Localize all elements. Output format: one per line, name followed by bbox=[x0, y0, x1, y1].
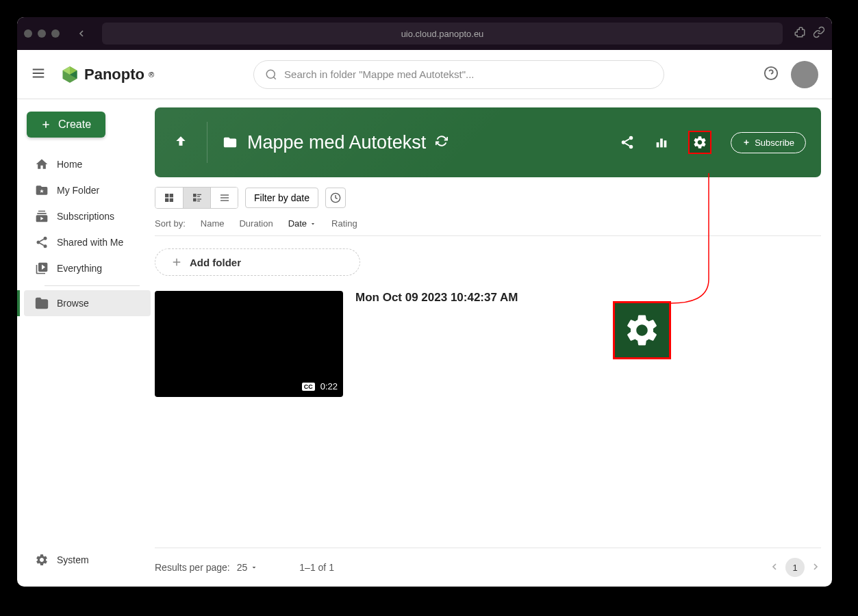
brand-name: Panopto bbox=[84, 66, 144, 84]
view-toggle-group bbox=[155, 187, 238, 209]
svg-rect-28 bbox=[170, 198, 173, 202]
svg-rect-33 bbox=[197, 198, 201, 199]
refresh-icon bbox=[436, 135, 448, 147]
chevron-right-icon bbox=[810, 561, 821, 572]
sort-name[interactable]: Name bbox=[201, 218, 225, 229]
chevron-down-icon bbox=[310, 220, 316, 227]
add-folder-label: Add folder bbox=[190, 257, 241, 268]
browser-back-button[interactable] bbox=[72, 24, 91, 43]
sort-date[interactable]: Date bbox=[288, 218, 316, 229]
svg-line-18 bbox=[625, 143, 629, 146]
folder-star-icon bbox=[35, 183, 49, 197]
folder-title: Mappe med Autotekst bbox=[247, 132, 426, 153]
sidebar-item-label: Browse bbox=[57, 298, 89, 309]
help-icon[interactable] bbox=[764, 66, 779, 84]
window-controls[interactable] bbox=[24, 29, 60, 38]
list-large-view-button[interactable] bbox=[183, 188, 210, 208]
arrow-up-icon bbox=[174, 132, 188, 150]
browser-titlebar: uio.cloud.panopto.eu bbox=[17, 17, 832, 50]
sidebar-item-my-folder[interactable]: My Folder bbox=[24, 177, 151, 203]
link-icon[interactable] bbox=[813, 26, 825, 41]
browser-url-bar[interactable]: uio.cloud.panopto.eu bbox=[102, 23, 783, 44]
per-page-dropdown[interactable]: 25 bbox=[237, 562, 259, 573]
brand-logo[interactable]: Panopto® bbox=[60, 64, 154, 85]
svg-rect-29 bbox=[193, 194, 197, 197]
svg-rect-25 bbox=[165, 194, 168, 197]
svg-rect-34 bbox=[197, 201, 200, 201]
video-duration: 0:22 bbox=[320, 381, 338, 392]
home-icon bbox=[35, 157, 49, 171]
video-item[interactable]: CC 0:22 Mon Oct 09 2023 10:42:37 AM bbox=[155, 291, 821, 397]
pagination: 1 bbox=[769, 558, 821, 577]
next-page-button[interactable] bbox=[810, 561, 821, 574]
svg-rect-21 bbox=[660, 139, 663, 148]
sidebar-item-everything[interactable]: Everything bbox=[24, 255, 151, 281]
hamburger-menu-icon[interactable] bbox=[31, 66, 46, 84]
up-folder-button[interactable] bbox=[170, 128, 192, 157]
share-icon bbox=[620, 135, 635, 150]
schedule-button[interactable] bbox=[325, 188, 346, 208]
svg-rect-32 bbox=[193, 198, 197, 202]
chevron-down-icon bbox=[250, 563, 258, 572]
svg-point-17 bbox=[629, 145, 633, 149]
video-thumbnail[interactable]: CC 0:22 bbox=[155, 291, 343, 397]
search-box[interactable] bbox=[253, 60, 664, 89]
list-compact-view-button[interactable] bbox=[210, 188, 238, 208]
sort-row: Sort by: Name Duration Date Rating bbox=[155, 218, 821, 236]
sidebar-item-system[interactable]: System bbox=[24, 547, 151, 573]
subscribe-button[interactable]: Subscribe bbox=[731, 132, 806, 153]
cc-badge: CC bbox=[302, 383, 315, 391]
minimize-window-dot[interactable] bbox=[38, 29, 46, 38]
user-avatar[interactable] bbox=[791, 61, 818, 88]
page-number[interactable]: 1 bbox=[785, 558, 805, 577]
extension-icon[interactable] bbox=[794, 26, 806, 41]
sort-duration[interactable]: Duration bbox=[239, 218, 273, 229]
results-range: 1–1 of 1 bbox=[299, 562, 334, 573]
svg-point-16 bbox=[622, 140, 626, 144]
sidebar-item-shared[interactable]: Shared with Me bbox=[24, 229, 151, 255]
svg-point-10 bbox=[44, 237, 47, 240]
stats-button[interactable] bbox=[654, 135, 669, 150]
gear-icon bbox=[623, 311, 661, 349]
add-folder-button[interactable]: Add folder bbox=[155, 248, 360, 276]
plus-icon bbox=[742, 138, 750, 146]
results-footer: Results per page: 25 1–1 of 1 1 bbox=[155, 548, 821, 587]
svg-point-12 bbox=[44, 244, 47, 248]
svg-rect-31 bbox=[197, 196, 200, 196]
search-input[interactable] bbox=[284, 68, 653, 80]
filter-date-button[interactable]: Filter by date bbox=[245, 188, 318, 208]
svg-point-3 bbox=[266, 70, 275, 78]
sidebar-item-browse[interactable]: Browse bbox=[24, 290, 151, 316]
plus-icon bbox=[40, 119, 51, 130]
bar-chart-icon bbox=[654, 135, 669, 150]
results-per-page-label: Results per page: bbox=[155, 562, 230, 573]
folder-settings-button[interactable] bbox=[688, 131, 711, 154]
grid-icon bbox=[164, 192, 175, 203]
svg-rect-37 bbox=[220, 200, 229, 201]
create-button-label: Create bbox=[58, 118, 91, 131]
app-topbar: Panopto® bbox=[17, 50, 832, 99]
folder-icon bbox=[35, 296, 49, 310]
grid-view-button[interactable] bbox=[155, 188, 183, 208]
refresh-button[interactable] bbox=[436, 135, 448, 150]
sidebar-item-home[interactable]: Home bbox=[24, 151, 151, 177]
sort-rating[interactable]: Rating bbox=[331, 218, 357, 229]
sidebar-item-subscriptions[interactable]: Subscriptions bbox=[24, 203, 151, 229]
video-title[interactable]: Mon Oct 09 2023 10:42:37 AM bbox=[355, 291, 518, 305]
share-folder-button[interactable] bbox=[620, 135, 635, 150]
list-large-icon bbox=[192, 192, 203, 203]
subscriptions-icon bbox=[35, 209, 49, 223]
sidebar-item-label: Shared with Me bbox=[57, 237, 123, 248]
maximize-window-dot[interactable] bbox=[51, 29, 60, 38]
svg-rect-35 bbox=[220, 194, 229, 195]
prev-page-button[interactable] bbox=[769, 561, 780, 574]
video-library-icon bbox=[35, 261, 49, 275]
svg-rect-27 bbox=[165, 198, 168, 202]
create-button[interactable]: Create bbox=[27, 112, 105, 138]
close-window-dot[interactable] bbox=[24, 29, 32, 38]
svg-rect-22 bbox=[664, 140, 667, 147]
gear-callout-annotation bbox=[613, 301, 671, 359]
list-icon bbox=[219, 192, 230, 203]
gear-icon bbox=[35, 553, 49, 567]
clock-icon bbox=[330, 192, 341, 203]
